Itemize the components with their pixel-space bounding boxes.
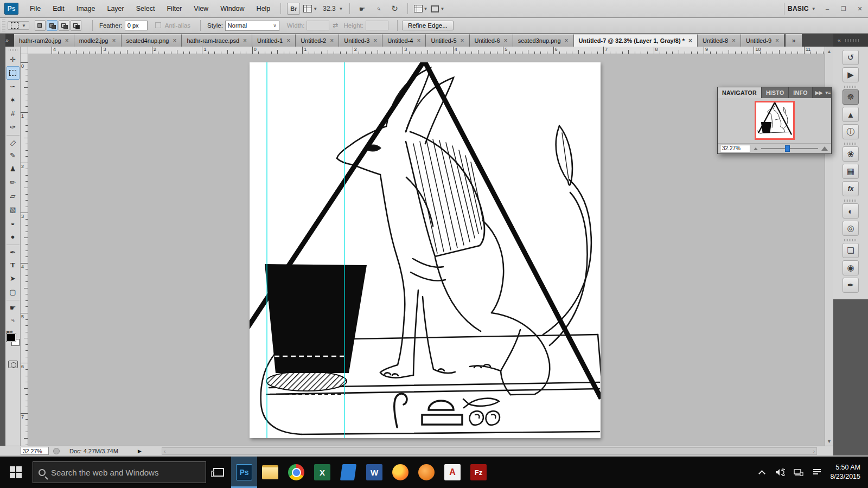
- taskbar-icon-chrome[interactable]: [283, 457, 309, 488]
- minimize-button[interactable]: –: [820, 3, 834, 14]
- panel-icon-masks[interactable]: ◎: [843, 221, 859, 236]
- status-menu-icon[interactable]: [53, 448, 60, 454]
- scroll-up-icon[interactable]: ▲: [825, 47, 833, 55]
- tab-close-icon[interactable]: ×: [65, 38, 69, 43]
- tool-path-selection[interactable]: ➤: [7, 272, 20, 285]
- network-icon[interactable]: [793, 467, 804, 478]
- tool-eraser[interactable]: ▱: [7, 189, 20, 203]
- panel-icon-actions[interactable]: ▶: [843, 67, 859, 82]
- zoom-level-dropdown[interactable]: 32.3▼: [321, 3, 343, 15]
- menu-item[interactable]: Edit: [47, 0, 71, 17]
- document-tab[interactable]: hathr-ram-trace.psd ×: [182, 34, 252, 47]
- navigator-tab[interactable]: HISTO: [762, 87, 789, 98]
- quick-mask-button[interactable]: [8, 361, 18, 368]
- tool-history-brush[interactable]: ✏: [7, 176, 20, 189]
- document-tab[interactable]: Untitled-9 ×: [741, 34, 784, 47]
- arrange-documents-icon[interactable]: ▼: [414, 3, 428, 15]
- foreground-color-swatch[interactable]: [7, 333, 16, 342]
- panel-menu-icon[interactable]: ▾≡: [825, 90, 831, 95]
- tool-move[interactable]: ✛: [7, 53, 20, 66]
- navigator-zoom-slider[interactable]: [761, 148, 818, 149]
- tool-eyedropper[interactable]: ✑: [7, 120, 20, 134]
- horizontal-scrollbar[interactable]: ‹ ›: [162, 447, 817, 455]
- scroll-down-icon[interactable]: ▼: [825, 437, 833, 445]
- tray-expand-chevron-icon[interactable]: [756, 467, 767, 478]
- tool-zoom[interactable]: ♀: [7, 313, 20, 327]
- tab-close-icon[interactable]: ×: [112, 38, 116, 43]
- drag-grip[interactable]: [2, 20, 5, 31]
- search-input[interactable]: [51, 468, 200, 477]
- close-button[interactable]: ✕: [853, 3, 867, 14]
- tab-close-icon[interactable]: ×: [504, 38, 508, 43]
- tab-close-icon[interactable]: ×: [775, 38, 779, 43]
- new-selection-button[interactable]: [35, 20, 46, 31]
- panel-icon-swatches[interactable]: ▦: [843, 164, 859, 179]
- start-button[interactable]: [0, 457, 31, 488]
- taskbar-icon-photos[interactable]: [335, 457, 361, 488]
- taskbar-icon-photoshop[interactable]: Ps: [231, 457, 257, 488]
- action-center-icon[interactable]: [812, 467, 822, 478]
- taskbar-icon-acrobat[interactable]: A: [439, 457, 465, 488]
- menu-item[interactable]: Layer: [101, 0, 130, 17]
- dock-drag-grip[interactable]: [845, 39, 859, 42]
- document-tab[interactable]: Untitled-4 ×: [382, 34, 426, 47]
- tool-pen[interactable]: ✒: [7, 245, 20, 258]
- panel-collapse-arrows[interactable]: ▶▶: [815, 90, 823, 95]
- hand-tool-icon[interactable]: ☛: [356, 3, 369, 15]
- document-tab[interactable]: seated4nup.png ×: [122, 34, 182, 47]
- document-tab[interactable]: hathr-ram2o.jpg ×: [14, 34, 74, 47]
- tool-brush[interactable]: ✎: [7, 149, 20, 162]
- tab-close-icon[interactable]: ×: [565, 38, 569, 43]
- tab-close-icon[interactable]: ×: [286, 38, 290, 43]
- tool-quick-selection[interactable]: ✶: [7, 93, 20, 107]
- screen-mode-icon[interactable]: ▼: [431, 3, 444, 15]
- zoom-out-icon[interactable]: [754, 147, 758, 150]
- navigator-tab[interactable]: INFO: [789, 87, 812, 98]
- tab-close-icon[interactable]: ×: [243, 38, 247, 43]
- vertical-ruler[interactable]: 01234567: [21, 54, 28, 446]
- panel-icon-paths[interactable]: ✒: [843, 278, 859, 293]
- tool-crop[interactable]: #: [7, 107, 20, 120]
- menu-item[interactable]: Filter: [161, 0, 188, 17]
- panel-icon-layers[interactable]: ❏: [843, 243, 859, 258]
- taskbar-icon-filezilla[interactable]: Fz: [465, 457, 492, 488]
- tool-dodge[interactable]: ●: [7, 230, 20, 243]
- menu-item[interactable]: Help: [251, 0, 277, 17]
- tab-overflow-button[interactable]: »: [786, 34, 802, 47]
- document-tab[interactable]: Untitled-7 @ 32.3% (Layer 1, Gray/8) * ×: [574, 34, 698, 47]
- bridge-button[interactable]: Br: [287, 3, 300, 15]
- add-to-selection-button[interactable]: [47, 20, 58, 31]
- taskbar-icon-firefox[interactable]: [387, 457, 413, 488]
- document-tab[interactable]: Untitled-1 ×: [252, 34, 296, 47]
- navigator-zoom-input[interactable]: 32.27%: [720, 145, 750, 152]
- restore-button[interactable]: ❐: [837, 3, 851, 14]
- tab-close-icon[interactable]: ×: [173, 38, 176, 43]
- menu-item[interactable]: File: [24, 0, 47, 17]
- taskbar-search[interactable]: [33, 461, 206, 483]
- panel-icon-color[interactable]: ❀: [843, 146, 859, 162]
- panel-icon-navigator[interactable]: ☸: [843, 89, 859, 105]
- photoshop-logo[interactable]: Ps: [4, 3, 18, 15]
- document-tab[interactable]: Untitled-3 ×: [339, 34, 382, 47]
- status-arrow-icon[interactable]: ▶: [138, 448, 142, 454]
- taskbar-icon-media-player[interactable]: [413, 457, 439, 488]
- menu-item[interactable]: Image: [71, 0, 101, 17]
- tool-clone-stamp[interactable]: ♟: [7, 162, 20, 176]
- tab-close-icon[interactable]: ×: [417, 38, 420, 43]
- zoom-tool-icon[interactable]: ♀: [369, 0, 387, 17]
- feather-input[interactable]: [125, 21, 148, 30]
- panel-icon-styles[interactable]: fx: [843, 181, 859, 196]
- subtract-from-selection-button[interactable]: [59, 20, 69, 31]
- document-tab[interactable]: modle2.jpg ×: [74, 34, 122, 47]
- antialias-checkbox[interactable]: Anti-alias: [155, 22, 193, 29]
- panel-icon-channels[interactable]: ◉: [843, 260, 859, 275]
- document-tab[interactable]: Untitled-6 ×: [470, 34, 513, 47]
- taskbar-clock[interactable]: 5:50 AM 8/23/2015: [830, 463, 860, 481]
- tool-blur[interactable]: ◒: [7, 216, 20, 230]
- panel-icon-histogram[interactable]: ▲: [843, 107, 859, 122]
- task-view-button[interactable]: [206, 457, 231, 488]
- mini-bridge-icon[interactable]: ▼: [303, 3, 317, 15]
- tool-shape[interactable]: ▢: [7, 285, 20, 299]
- volume-icon[interactable]: [775, 467, 786, 478]
- navigator-tab[interactable]: NAVIGATOR: [718, 87, 762, 98]
